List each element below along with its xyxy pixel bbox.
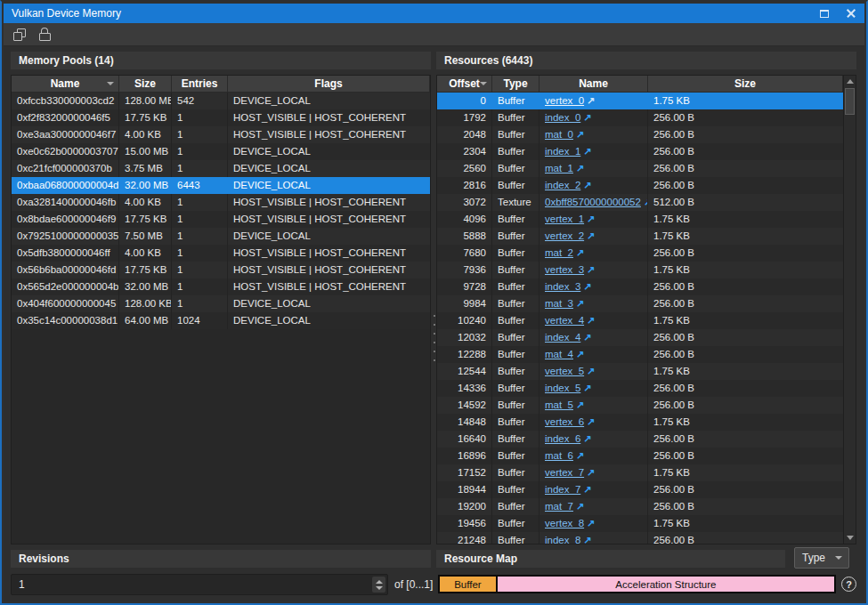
memory-pool-row[interactable]: 0xa3281400000046fb4.00 KB1HOST_VISIBLE |…: [12, 194, 430, 211]
goto-resource-icon[interactable]: ↗: [583, 431, 591, 448]
resource-link[interactable]: vertex_6: [545, 414, 584, 431]
column-header-type[interactable]: Type: [492, 76, 539, 92]
resource-link[interactable]: index_7: [545, 481, 580, 498]
resource-link[interactable]: vertex_5: [545, 363, 584, 380]
resource-map-segment[interactable]: Acceleration Structure: [496, 577, 834, 592]
resource-link[interactable]: mat_1: [545, 160, 573, 177]
goto-resource-icon[interactable]: ↗: [587, 464, 595, 481]
goto-resource-icon[interactable]: ↗: [587, 262, 595, 278]
help-icon[interactable]: ?: [841, 577, 856, 592]
resource-row[interactable]: 14336Bufferindex_5↗256.00 B: [437, 380, 843, 397]
goto-resource-icon[interactable]: ↗: [576, 126, 584, 143]
goto-resource-icon[interactable]: ↗: [583, 481, 591, 498]
resource-link[interactable]: mat_5: [545, 397, 573, 414]
resource-link[interactable]: index_5: [545, 380, 580, 397]
goto-resource-icon[interactable]: ↗: [583, 329, 591, 346]
resource-row[interactable]: 1792Bufferindex_0↗256.00 B: [437, 109, 843, 126]
resource-link[interactable]: mat_7: [545, 498, 573, 515]
goto-resource-icon[interactable]: ↗: [576, 245, 584, 262]
resource-map-type-dropdown[interactable]: Type: [794, 547, 849, 569]
resource-row[interactable]: 9984Buffermat_3↗256.00 B: [437, 295, 843, 312]
resource-row[interactable]: 12544Buffervertex_5↗1.75 KB: [437, 363, 843, 380]
resource-link[interactable]: index_1: [545, 143, 580, 160]
resource-map-segment[interactable]: Buffer: [440, 577, 496, 592]
resource-link[interactable]: index_3: [545, 278, 580, 295]
goto-resource-icon[interactable]: ↗: [583, 109, 591, 126]
revision-spin-buttons[interactable]: [372, 577, 385, 593]
goto-resource-icon[interactable]: ↗: [576, 498, 584, 515]
resource-link[interactable]: index_6: [545, 431, 580, 448]
goto-resource-icon[interactable]: ↗: [576, 160, 584, 177]
resource-link[interactable]: mat_3: [545, 295, 573, 312]
memory-pool-row[interactable]: 0x56b6ba00000046fd17.75 KB1HOST_VISIBLE …: [12, 262, 430, 278]
goto-resource-icon[interactable]: ↗: [587, 93, 595, 109]
column-header-name[interactable]: Name: [539, 76, 648, 92]
resources-scrollbar[interactable]: [843, 76, 856, 544]
column-header-size[interactable]: Size: [119, 76, 172, 92]
revision-input[interactable]: [12, 575, 368, 594]
resource-row[interactable]: 19200Buffermat_7↗256.00 B: [437, 498, 843, 515]
resource-row[interactable]: 7680Buffermat_2↗256.00 B: [437, 245, 843, 262]
title-bar[interactable]: Vulkan Device Memory: [4, 4, 864, 23]
memory-pool-row[interactable]: 0xbaa068000000004d32.00 MB6443DEVICE_LOC…: [12, 177, 430, 194]
resource-row[interactable]: 5888Buffervertex_2↗1.75 KB: [437, 228, 843, 245]
resource-link[interactable]: mat_6: [545, 448, 573, 464]
resource-row[interactable]: 4096Buffervertex_1↗1.75 KB: [437, 211, 843, 228]
close-button[interactable]: [838, 4, 864, 23]
goto-resource-icon[interactable]: ↗: [587, 228, 595, 245]
column-header-entries[interactable]: Entries: [172, 76, 228, 92]
resource-link[interactable]: index_4: [545, 329, 580, 346]
goto-resource-icon[interactable]: ↗: [583, 177, 591, 194]
memory-pool-row[interactable]: 0x404f600000000045128.00 KB1DEVICE_LOCAL: [12, 295, 430, 312]
resource-link[interactable]: vertex_0: [545, 93, 584, 109]
column-header-name[interactable]: Name: [12, 76, 119, 92]
goto-resource-icon[interactable]: ↗: [587, 363, 595, 380]
goto-resource-icon[interactable]: ↗: [587, 312, 595, 329]
resource-row[interactable]: 14848Buffervertex_6↗1.75 KB: [437, 414, 843, 431]
resource-link[interactable]: 0xbff8570000000052: [545, 194, 641, 211]
resource-link[interactable]: index_0: [545, 109, 580, 126]
goto-resource-icon[interactable]: ↗: [583, 532, 591, 544]
goto-resource-icon[interactable]: ↗: [576, 397, 584, 414]
memory-pool-row[interactable]: 0x5dfb3800000046ff4.00 KB1HOST_VISIBLE |…: [12, 245, 430, 262]
resource-link[interactable]: mat_2: [545, 245, 573, 262]
goto-resource-icon[interactable]: ↗: [576, 346, 584, 363]
lock-button[interactable]: [36, 26, 53, 44]
resource-row[interactable]: 2560Buffermat_1↗256.00 B: [437, 160, 843, 177]
resource-row[interactable]: 12032Bufferindex_4↗256.00 B: [437, 329, 843, 346]
memory-pool-row[interactable]: 0x79251000000000357.50 MB1DEVICE_LOCAL: [12, 228, 430, 245]
resource-row[interactable]: 18944Bufferindex_7↗256.00 B: [437, 481, 843, 498]
column-header-offset[interactable]: Offset: [437, 76, 492, 92]
resource-row[interactable]: 16640Bufferindex_6↗256.00 B: [437, 431, 843, 448]
memory-pool-row[interactable]: 0xf2f83200000046f517.75 KB1HOST_VISIBLE …: [12, 109, 430, 126]
goto-resource-icon[interactable]: ↗: [576, 295, 584, 312]
resource-row[interactable]: 2816Bufferindex_2↗256.00 B: [437, 177, 843, 194]
duplicate-window-button[interactable]: [11, 26, 28, 44]
memory-pool-row[interactable]: 0x8bdae600000046f917.75 KB1HOST_VISIBLE …: [12, 211, 430, 228]
goto-resource-icon[interactable]: ↗: [576, 448, 584, 464]
resource-link[interactable]: vertex_7: [545, 464, 584, 481]
resource-link[interactable]: index_2: [545, 177, 580, 194]
resource-row[interactable]: 2304Bufferindex_1↗256.00 B: [437, 143, 843, 160]
resource-row[interactable]: 10240Buffervertex_4↗1.75 KB: [437, 312, 843, 329]
resource-link[interactable]: index_8: [545, 532, 580, 544]
resource-row[interactable]: 14592Buffermat_5↗256.00 B: [437, 397, 843, 414]
resource-link[interactable]: vertex_8: [545, 515, 584, 532]
resource-link[interactable]: mat_0: [545, 126, 573, 143]
memory-pool-row[interactable]: 0x565d2e000000004b32.00 MB1HOST_VISIBLE …: [12, 278, 430, 295]
scroll-down-button[interactable]: [844, 532, 856, 544]
goto-resource-icon[interactable]: ↗: [587, 515, 595, 532]
resource-row[interactable]: 0Buffervertex_0↗1.75 KB: [437, 93, 843, 109]
resource-row[interactable]: 19456Buffervertex_8↗1.75 KB: [437, 515, 843, 532]
resource-link[interactable]: vertex_2: [545, 228, 584, 245]
column-header-size[interactable]: Size: [648, 76, 843, 92]
resource-link[interactable]: vertex_3: [545, 262, 584, 278]
resource-row[interactable]: 17152Buffervertex_7↗1.75 KB: [437, 464, 843, 481]
column-header-flags[interactable]: Flags: [228, 76, 430, 92]
resource-link[interactable]: mat_4: [545, 346, 573, 363]
memory-pool-row[interactable]: 0xc21fcf000000370b3.75 MB1DEVICE_LOCAL: [12, 160, 430, 177]
goto-resource-icon[interactable]: ↗: [587, 211, 595, 228]
resource-link[interactable]: vertex_1: [545, 211, 584, 228]
memory-pool-row[interactable]: 0xe0c62b000000370715.00 MB1DEVICE_LOCAL: [12, 143, 430, 160]
resource-row[interactable]: 3072Texture0xbff8570000000052↗512.00 B: [437, 194, 843, 211]
